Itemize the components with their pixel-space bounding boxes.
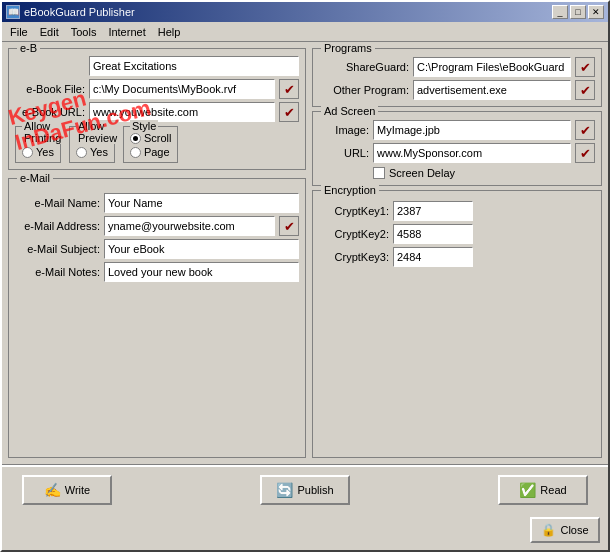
write-icon: ✍	[44, 482, 61, 498]
cryptkey2-label: CryptKey2:	[319, 228, 389, 240]
menu-internet[interactable]: Internet	[102, 24, 151, 40]
email-subject-input[interactable]	[104, 239, 299, 259]
close-window-button[interactable]: ✕	[588, 5, 604, 19]
image-row: Image: ✔	[319, 120, 595, 140]
encryption-section: Encryption CryptKey1: CryptKey2: CryptKe…	[312, 190, 602, 458]
menu-file[interactable]: File	[4, 24, 34, 40]
content-area: Keygen InDaFun.com e-B e-Book File: ✔	[2, 42, 608, 464]
title-bar: 📖 eBookGuard Publisher _ □ ✕	[2, 2, 608, 22]
style-title: Style	[130, 120, 158, 132]
email-subject-row: e-Mail Subject:	[15, 239, 299, 259]
cryptkey2-row: CryptKey2:	[319, 224, 595, 244]
action-buttons-bar: ✍ Write 🔄 Publish ✅ Read	[2, 465, 608, 513]
preview-yes-label: Yes	[90, 146, 108, 158]
email-address-check-icon[interactable]: ✔	[279, 216, 299, 236]
shareguard-label: ShareGuard:	[319, 61, 409, 73]
file-row: e-Book File: ✔	[15, 79, 299, 99]
url-row: e-Book URL: ✔	[15, 102, 299, 122]
menu-edit[interactable]: Edit	[34, 24, 65, 40]
url-input[interactable]	[89, 102, 275, 122]
email-subject-label: e-Mail Subject:	[15, 243, 100, 255]
menu-tools[interactable]: Tools	[65, 24, 103, 40]
other-program-input[interactable]	[413, 80, 571, 100]
style-page-label: Page	[144, 146, 170, 158]
printing-yes-label: Yes	[36, 146, 54, 158]
encryption-section-title: Encryption	[321, 184, 379, 196]
preview-yes-radio[interactable]	[76, 147, 87, 158]
left-panel: e-B e-Book File: ✔ e-Book URL: ✔	[8, 48, 306, 458]
menu-help[interactable]: Help	[152, 24, 187, 40]
ebook-top-section: e-B e-Book File: ✔ e-Book URL: ✔	[8, 48, 306, 170]
cryptkey1-label: CryptKey1:	[319, 205, 389, 217]
read-label: Read	[540, 484, 566, 496]
shareguard-row: ShareGuard: ✔	[319, 57, 595, 77]
close-button[interactable]: 🔒 Close	[530, 517, 600, 543]
right-panel: Programs ShareGuard: ✔ Other Program: ✔ …	[312, 48, 602, 458]
allow-preview-group: Allow Preview No Yes	[69, 126, 115, 163]
printing-yes-radio[interactable]	[22, 147, 33, 158]
close-icon: 🔒	[541, 523, 556, 537]
title-bar-left: 📖 eBookGuard Publisher	[6, 5, 135, 19]
cryptkey1-row: CryptKey1:	[319, 201, 595, 221]
adscreen-url-label: URL:	[319, 147, 369, 159]
file-check-icon[interactable]: ✔	[279, 79, 299, 99]
email-name-label: e-Mail Name:	[15, 197, 100, 209]
title-input[interactable]	[89, 56, 299, 76]
style-scroll-label: Scroll	[144, 132, 172, 144]
bottom-area: ✍ Write 🔄 Publish ✅ Read 🔒 Close	[2, 464, 608, 550]
cryptkey2-input[interactable]	[393, 224, 473, 244]
read-icon: ✅	[519, 482, 536, 498]
maximize-button[interactable]: □	[570, 5, 586, 19]
adscreen-section: Ad Screen Image: ✔ URL: ✔ Screen Delay	[312, 111, 602, 186]
email-section: e-Mail e-Mail Name: e-Mail Address: ✔ e-…	[8, 178, 306, 458]
close-button-bar: 🔒 Close	[2, 513, 608, 547]
adscreen-url-row: URL: ✔	[319, 143, 595, 163]
email-notes-row: e-Mail Notes:	[15, 262, 299, 282]
other-program-label: Other Program:	[319, 84, 409, 96]
options-row: Allow Printing No Yes Allow Preview	[15, 126, 299, 163]
preview-yes-row: Yes	[76, 146, 108, 158]
adscreen-url-input[interactable]	[373, 143, 571, 163]
close-label: Close	[560, 524, 588, 536]
file-label: e-Book File:	[15, 83, 85, 95]
style-scroll-row: Scroll	[130, 132, 172, 144]
shareguard-input[interactable]	[413, 57, 571, 77]
menu-bar: File Edit Tools Internet Help	[2, 22, 608, 42]
style-page-radio[interactable]	[130, 147, 141, 158]
email-notes-input[interactable]	[104, 262, 299, 282]
other-program-check-icon[interactable]: ✔	[575, 80, 595, 100]
cryptkey3-input[interactable]	[393, 247, 473, 267]
cryptkey3-label: CryptKey3:	[319, 251, 389, 263]
cryptkey1-input[interactable]	[393, 201, 473, 221]
printing-yes-row: Yes	[22, 146, 54, 158]
write-label: Write	[65, 484, 90, 496]
email-address-input[interactable]	[104, 216, 275, 236]
email-address-row: e-Mail Address: ✔	[15, 216, 299, 236]
allow-printing-title: Allow Printing	[22, 120, 63, 144]
app-icon: 📖	[6, 5, 20, 19]
programs-section-title: Programs	[321, 42, 375, 54]
email-name-input[interactable]	[104, 193, 299, 213]
email-section-title: e-Mail	[17, 172, 53, 184]
write-button[interactable]: ✍ Write	[22, 475, 112, 505]
image-input[interactable]	[373, 120, 571, 140]
style-group: Style Scroll Page	[123, 126, 179, 163]
url-check-icon[interactable]: ✔	[279, 102, 299, 122]
email-notes-label: e-Mail Notes:	[15, 266, 100, 278]
allow-printing-group: Allow Printing No Yes	[15, 126, 61, 163]
publish-button[interactable]: 🔄 Publish	[260, 475, 350, 505]
url-label: e-Book URL:	[15, 106, 85, 118]
adscreen-url-check-icon[interactable]: ✔	[575, 143, 595, 163]
read-button[interactable]: ✅ Read	[498, 475, 588, 505]
style-scroll-radio[interactable]	[130, 133, 141, 144]
ebook-section-label: e-B	[17, 42, 40, 54]
title-row	[15, 56, 299, 76]
minimize-button[interactable]: _	[552, 5, 568, 19]
image-check-icon[interactable]: ✔	[575, 120, 595, 140]
style-page-row: Page	[130, 146, 172, 158]
shareguard-check-icon[interactable]: ✔	[575, 57, 595, 77]
screen-delay-checkbox[interactable]	[373, 167, 385, 179]
email-address-label: e-Mail Address:	[15, 220, 100, 232]
publish-icon: 🔄	[276, 482, 293, 498]
file-input[interactable]	[89, 79, 275, 99]
